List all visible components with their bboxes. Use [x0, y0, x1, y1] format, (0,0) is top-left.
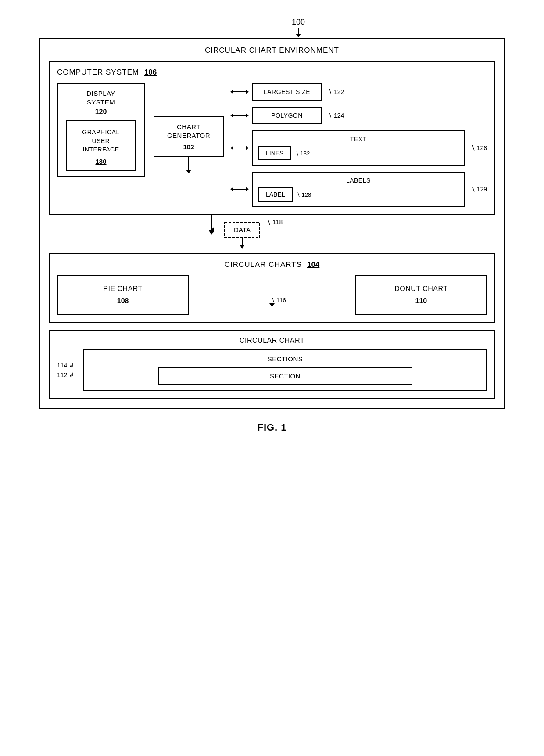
pie-chart-box: PIE CHART 108	[57, 275, 189, 315]
cg-ref: 102	[183, 143, 194, 151]
donut-ref: 110	[415, 297, 427, 305]
section-box: SECTION	[158, 367, 412, 385]
circular-charts-box: CIRCULAR CHARTS 104 PIE CHART 108 ∖ 116	[49, 253, 495, 323]
cg-title: CHARTGENERATOR	[167, 122, 210, 140]
outer-box: CIRCULAR CHART ENVIRONMENT COMPUTER SYST…	[39, 38, 505, 409]
donut-title: DONUT CHART	[394, 285, 447, 293]
ds-ref: 120	[86, 108, 115, 116]
circular-chart-sections-box: CIRCULAR CHART 114 ↲ 112 ↲ SECTIONS SECT…	[49, 330, 495, 399]
gui-text: GRAPHICALUSERINTERFACE	[82, 128, 119, 154]
computer-system-box: COMPUTER SYSTEM 106 DISPLAYSYSTEM 120 GR…	[49, 61, 495, 215]
pie-ref: 108	[117, 297, 129, 305]
arrow-largest-size	[231, 91, 248, 92]
cs-title: COMPUTER SYSTEM	[57, 68, 139, 77]
svg-text:DATA: DATA	[234, 226, 251, 234]
lines-box: LINES	[258, 146, 291, 160]
gui-ref: 130	[95, 158, 106, 165]
gui-box: GRAPHICALUSERINTERFACE 130	[66, 120, 136, 171]
labels-ref: ∖ 129	[471, 186, 487, 193]
polygon-row: POLYGON ∖ 124	[231, 107, 487, 124]
text-title: TEXT	[258, 136, 459, 143]
donut-chart-box: DONUT CHART 110	[355, 275, 487, 315]
cc-title: CIRCULAR CHARTS	[225, 260, 302, 269]
sections-title: SECTIONS	[89, 355, 481, 363]
ref116-label: ∖ 116	[271, 297, 286, 303]
largest-size-row: LARGEST SIZE ∖ 122	[231, 83, 487, 101]
fig-caption: FIG. 1	[257, 422, 286, 433]
labels-row: LABELS LABEL ∖ 128 ∖ 129	[231, 172, 487, 207]
labels-title: LABELS	[258, 177, 459, 184]
arrow-labels	[231, 189, 248, 190]
polygon-box: POLYGON	[252, 107, 322, 124]
pie-title: PIE CHART	[103, 285, 143, 293]
outer-title: CIRCULAR CHART ENVIRONMENT	[49, 46, 495, 55]
text-outer-box: TEXT LINES ∖ 132	[252, 130, 465, 166]
text-lines-row: TEXT LINES ∖ 132 ∖ 126	[231, 130, 487, 166]
largest-size-box: LARGEST SIZE	[252, 83, 322, 101]
label-ref: ∖ 128	[297, 191, 311, 198]
label-box: LABEL	[258, 187, 293, 202]
ref112-label: 112 ↲	[57, 371, 74, 378]
polygon-ref: ∖ 124	[328, 112, 344, 119]
arrow-text	[231, 148, 248, 148]
ds-title: DISPLAYSYSTEM	[86, 89, 115, 106]
labels-outer-box: LABELS LABEL ∖ 128	[252, 172, 465, 207]
chart-gen-box: CHARTGENERATOR 102	[154, 116, 224, 157]
cs-ref: 106	[144, 68, 157, 77]
lines-ref: ∖ 132	[295, 150, 310, 157]
display-system-box: DISPLAYSYSTEM 120 GRAPHICALUSERINTERFACE…	[57, 83, 145, 177]
connector-svg: DATA ∖ 118	[49, 215, 497, 250]
largest-size-ref: ∖ 122	[328, 88, 344, 95]
svg-marker-8	[240, 245, 245, 249]
svg-text:∖ 118: ∖ 118	[267, 219, 283, 226]
text-ref: ∖ 126	[471, 144, 487, 151]
top-ref-label: 100	[292, 18, 305, 27]
sections-box: SECTIONS SECTION	[83, 349, 487, 391]
cc-ref: 104	[307, 260, 319, 269]
ref114-label: 114 ↲	[57, 362, 74, 369]
arrow-polygon	[231, 115, 248, 116]
ccs-title: CIRCULAR CHART	[57, 337, 487, 345]
